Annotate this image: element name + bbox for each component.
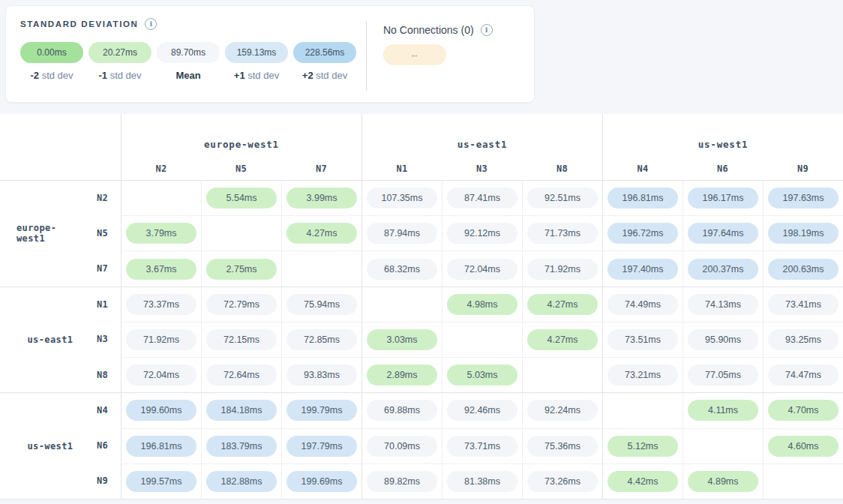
latency-cell: 73.37ms xyxy=(121,286,201,322)
row-node-label: N5 xyxy=(84,215,121,250)
latency-pill: 199.60ms xyxy=(126,400,196,421)
latency-pill: 5.12ms xyxy=(608,436,678,457)
row-node-label: N9 xyxy=(84,464,121,499)
matrix-corner-cell xyxy=(0,114,121,180)
latency-cell: 196.81ms xyxy=(602,180,682,215)
row-node-label: N7 xyxy=(84,250,121,286)
latency-pill: 4.70ms xyxy=(768,400,838,421)
latency-cell: 3.03ms xyxy=(362,322,442,357)
latency-cell: 73.51ms xyxy=(602,322,682,357)
row-node-label: N4 xyxy=(84,392,121,428)
self-latency-cell xyxy=(763,464,843,499)
latency-pill: 92.46ms xyxy=(447,400,518,421)
latency-cell: 196.17ms xyxy=(682,180,763,215)
node-column-header: N8 xyxy=(522,158,602,180)
latency-cell: 198.19ms xyxy=(763,215,843,250)
latency-pill: 200.63ms xyxy=(768,259,838,280)
latency-pill: 93.25ms xyxy=(768,329,838,350)
latency-cell: 92.46ms xyxy=(442,392,522,428)
latency-pill: 71.92ms xyxy=(126,329,196,350)
legend-pill: 228.56ms xyxy=(293,42,356,63)
latency-pill: 197.63ms xyxy=(768,188,838,208)
latency-pill: 77.05ms xyxy=(688,364,758,386)
row-region-label: us-east1 xyxy=(0,286,84,393)
latency-pill: 92.24ms xyxy=(527,400,598,421)
latency-cell: 74.49ms xyxy=(602,286,682,322)
latency-cell: 4.89ms xyxy=(682,464,763,499)
latency-cell: 71.73ms xyxy=(522,215,602,250)
legend-title-row: STANDARD DEVIATION i xyxy=(20,18,157,30)
latency-cell: 69.88ms xyxy=(362,392,442,428)
self-latency-cell xyxy=(121,180,201,215)
latency-pill: 2.75ms xyxy=(206,259,277,280)
self-latency-cell xyxy=(602,392,682,428)
latency-pill: 73.71ms xyxy=(447,436,518,457)
self-latency-cell xyxy=(682,428,763,464)
latency-pill: 4.89ms xyxy=(688,471,758,492)
latency-cell: 107.35ms xyxy=(362,180,442,215)
latency-cell: 197.40ms xyxy=(602,250,682,286)
latency-cell: 71.92ms xyxy=(522,250,602,286)
latency-cell: 4.27ms xyxy=(522,286,602,322)
legend-pill: 0.00ms xyxy=(20,42,83,63)
latency-cell: 72.04ms xyxy=(442,250,522,286)
latency-cell: 4.60ms xyxy=(763,428,843,464)
node-column-header: N2 xyxy=(121,158,201,180)
latency-cell: 3.99ms xyxy=(281,180,362,215)
latency-cell: 199.60ms xyxy=(121,392,201,428)
latency-cell: 4.27ms xyxy=(281,215,362,250)
latency-cell: 72.15ms xyxy=(201,322,281,357)
latency-cell: 196.72ms xyxy=(602,215,682,250)
latency-pill: 5.54ms xyxy=(206,188,277,208)
latency-cell: 200.37ms xyxy=(682,250,763,286)
latency-pill: 87.41ms xyxy=(447,188,518,208)
latency-pill: 196.81ms xyxy=(608,188,678,208)
latency-pill: 3.99ms xyxy=(286,188,357,208)
self-latency-cell xyxy=(201,215,281,250)
latency-cell: 184.18ms xyxy=(201,392,281,428)
latency-cell: 4.98ms xyxy=(442,286,522,322)
no-connections-title-row: No Connections (0) i xyxy=(383,24,493,36)
latency-pill: 68.32ms xyxy=(367,259,437,280)
latency-cell: 4.42ms xyxy=(602,464,682,499)
latency-pill: 72.04ms xyxy=(447,259,518,280)
latency-pill: 92.12ms xyxy=(447,223,518,244)
latency-pill: 95.90ms xyxy=(688,329,758,350)
latency-cell: 197.79ms xyxy=(281,428,362,464)
latency-cell: 3.67ms xyxy=(121,250,201,286)
latency-cell: 199.79ms xyxy=(281,392,362,428)
latency-cell: 200.63ms xyxy=(763,250,843,286)
latency-pill: 75.36ms xyxy=(527,436,598,457)
latency-pill: 184.18ms xyxy=(206,400,277,421)
region-column-header: europe-west1 xyxy=(121,114,362,158)
latency-matrix: europe-west1N2N5N7us-east1N1N3N8us-west1… xyxy=(0,114,843,500)
node-column-header: N7 xyxy=(281,158,362,180)
latency-pill: 74.13ms xyxy=(688,294,758,315)
latency-pill: 75.94ms xyxy=(286,294,357,315)
legend-labels: -2 std dev-1 std devMean+1 std dev+2 std… xyxy=(20,70,362,81)
latency-pill: 69.88ms xyxy=(367,400,437,421)
node-column-header: N3 xyxy=(442,158,522,180)
latency-pill: 4.27ms xyxy=(286,223,357,244)
latency-pill: 73.21ms xyxy=(608,364,678,386)
latency-cell: 92.12ms xyxy=(442,215,522,250)
latency-pill: 93.83ms xyxy=(286,364,357,386)
latency-pill: 73.37ms xyxy=(126,294,196,315)
latency-pill: 5.03ms xyxy=(447,364,518,386)
latency-pill: 73.26ms xyxy=(527,471,598,492)
latency-cell: 2.75ms xyxy=(201,250,281,286)
row-region-label: europe-west1 xyxy=(0,180,84,286)
row-node-label: N8 xyxy=(84,357,121,392)
info-icon[interactable]: i xyxy=(145,18,157,30)
latency-cell: 72.79ms xyxy=(201,286,281,322)
latency-pill: 89.82ms xyxy=(367,471,437,492)
latency-cell: 5.03ms xyxy=(442,357,522,392)
latency-pill: 72.64ms xyxy=(206,364,277,386)
info-icon[interactable]: i xyxy=(481,24,493,36)
std-deviation-legend-card: STANDARD DEVIATION i 0.00ms20.27ms89.70m… xyxy=(5,5,535,103)
latency-pill: 200.37ms xyxy=(688,259,758,280)
latency-cell: 199.69ms xyxy=(281,464,362,499)
latency-pill: 4.98ms xyxy=(447,294,518,315)
latency-pill: 197.79ms xyxy=(286,436,357,457)
latency-cell: 5.54ms xyxy=(201,180,281,215)
